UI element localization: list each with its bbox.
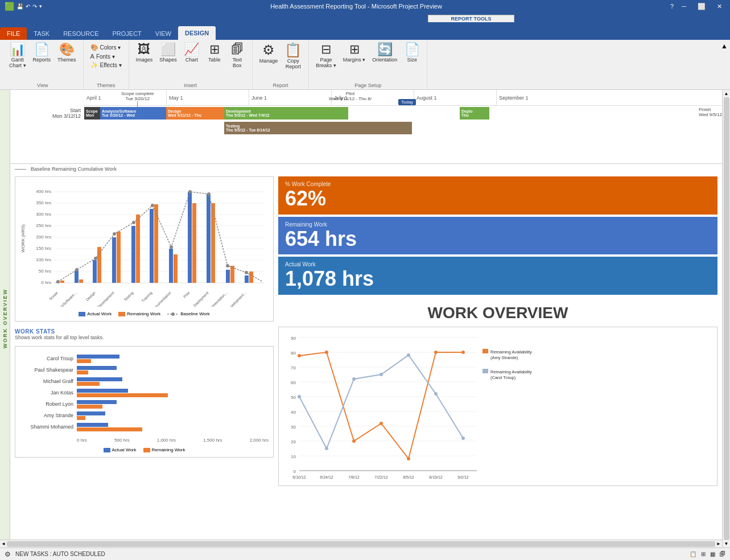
- svg-point-46: [151, 204, 154, 207]
- stat-actual-value: 1,078 hrs: [285, 267, 711, 290]
- h-scroll-thumb[interactable]: [7, 541, 715, 547]
- tab-resource[interactable]: RESOURCE: [56, 27, 105, 40]
- svg-text:(Carol Troup): (Carol Troup): [490, 375, 516, 380]
- scroll-left-btn[interactable]: ◄: [1, 541, 6, 546]
- margins-btn[interactable]: ⊞ Margins ▾: [341, 42, 368, 64]
- page-setup-group-label: Page Setup: [354, 81, 381, 88]
- tab-project[interactable]: PROJECT: [106, 27, 149, 40]
- reports-btn[interactable]: 📄 Reports: [31, 42, 53, 64]
- status-icon-3: ▦: [710, 551, 715, 557]
- status-icon: ⚙: [5, 550, 11, 558]
- chart-label: Chart: [185, 57, 198, 63]
- svg-rect-38: [230, 266, 234, 283]
- svg-point-48: [188, 190, 192, 193]
- tabs-row: FILE TASK RESOURCE PROJECT VIEW DESIGN: [0, 26, 730, 40]
- copy-report-icon: 📋: [284, 43, 302, 57]
- svg-rect-20: [60, 281, 64, 283]
- svg-rect-34: [192, 203, 196, 283]
- svg-point-90: [434, 351, 438, 354]
- svg-text:WORK (HRS): WORK (HRS): [20, 224, 26, 253]
- status-bar-right: 📋 ⊞ ▦ 🗐: [690, 551, 725, 557]
- effects-btn[interactable]: ✨ Effects ▾: [88, 61, 124, 69]
- effects-icon: ✨: [90, 61, 98, 69]
- shapes-btn[interactable]: ⬜ Shapes: [157, 42, 179, 64]
- bottom-scrollbar[interactable]: ◄ ►: [0, 540, 722, 547]
- timeline-section: Scope complete Tue 3/20/12 Pilot Wed 4/1…: [10, 90, 722, 164]
- chart-btn[interactable]: 📈 Chart: [182, 42, 202, 64]
- hbar-amy-track: [77, 411, 269, 420]
- restore-btn[interactable]: ⬜: [694, 3, 709, 10]
- stat-box-remaining: Remaining Work 654 hrs: [278, 217, 717, 255]
- svg-point-64: [171, 312, 175, 316]
- svg-text:50 hrs: 50 hrs: [39, 269, 51, 274]
- orientation-btn[interactable]: 🔄 Orientation: [370, 42, 399, 64]
- tab-file[interactable]: FILE: [0, 27, 27, 40]
- minimize-btn[interactable]: ─: [678, 3, 690, 10]
- svg-text:Testing: Testing: [123, 290, 134, 302]
- report-panels: 400 hrs 350 hrs 300 hrs 250 hrs 200 hrs …: [10, 174, 722, 516]
- svg-rect-28: [136, 215, 140, 283]
- right-scrollbar[interactable]: ▲ ▼: [722, 90, 730, 547]
- svg-text:250 hrs: 250 hrs: [36, 223, 51, 228]
- resource-legend-remaining-color: [143, 448, 150, 452]
- margins-label: Margins ▾: [343, 57, 366, 63]
- chart-legend: Actual Work Remaining Work Baseline Work: [20, 311, 269, 316]
- svg-text:40: 40: [291, 410, 296, 415]
- hbar-jan-actual: [77, 389, 128, 393]
- hbar-paul-track: [77, 366, 269, 374]
- left-panel: 400 hrs 350 hrs 300 hrs 250 hrs 200 hrs …: [15, 176, 274, 513]
- hbar-paul-remaining: [77, 370, 88, 374]
- hbar-carol-label: Carol Troup: [20, 356, 77, 361]
- hbar-paul-actual: [77, 366, 117, 370]
- fonts-btn[interactable]: A Fonts ▾: [88, 52, 124, 60]
- themes-items: 🎨 Colors ▾ A Fonts ▾ ✨ Effects ▾: [88, 42, 124, 81]
- manage-btn[interactable]: ⚙ Manage: [257, 42, 281, 65]
- quick-access-redo[interactable]: ↷: [32, 3, 37, 10]
- copy-report-btn[interactable]: 📋 CopyReport: [282, 42, 304, 71]
- svg-text:60: 60: [291, 380, 296, 385]
- hbar-carol-remaining: [77, 359, 91, 363]
- svg-point-93: [325, 447, 328, 450]
- context-label: REPORT TOOLS: [428, 15, 515, 22]
- hbar-shammi-remaining: [77, 427, 142, 431]
- size-btn[interactable]: 📄 Size: [402, 42, 422, 64]
- tl-track-2: TestingThu 5/3/12 - Tue 8/14/12: [84, 121, 722, 135]
- images-btn[interactable]: 🖼 Images: [134, 42, 155, 64]
- svg-text:Pilot: Pilot: [183, 291, 191, 299]
- svg-rect-37: [226, 270, 230, 283]
- scroll-right-btn[interactable]: ►: [716, 541, 721, 546]
- legend-baseline: Baseline Work: [167, 311, 209, 316]
- help-icon[interactable]: ?: [670, 3, 674, 10]
- svg-point-45: [132, 221, 135, 224]
- svg-rect-21: [75, 270, 79, 283]
- resource-legend-actual: Actual Work: [104, 447, 137, 452]
- scroll-thumb[interactable]: [724, 97, 729, 540]
- tab-design[interactable]: DESIGN: [178, 26, 216, 40]
- stat-box-percent: % Work Complete 62%: [278, 176, 717, 215]
- bar-design: DesignWed 4/11/12 - Thu: [166, 107, 224, 120]
- svg-rect-27: [131, 226, 135, 283]
- resource-bar-chart: Carol Troup Paul Shakespear: [15, 346, 274, 458]
- shapes-icon: ⬜: [160, 43, 176, 56]
- svg-point-91: [461, 351, 465, 354]
- today-marker: Today: [398, 98, 416, 105]
- scroll-down-btn[interactable]: ▼: [724, 541, 729, 546]
- page-breaks-btn[interactable]: ⊟ PageBreaks ▾: [314, 42, 339, 69]
- content-area[interactable]: Scope complete Tue 3/20/12 Pilot Wed 4/1…: [10, 90, 722, 547]
- quick-access-undo[interactable]: ↶: [26, 3, 30, 10]
- bar-deployment: DeploThu: [460, 107, 489, 120]
- textbox-btn[interactable]: 🗐 TextBox: [227, 42, 248, 69]
- fonts-label: Fonts ▾: [96, 53, 115, 60]
- tab-view[interactable]: VIEW: [149, 27, 178, 40]
- themes-label: Themes: [57, 57, 76, 63]
- quick-access-save[interactable]: 💾: [17, 3, 23, 10]
- table-btn[interactable]: ⊞ Table: [204, 42, 225, 64]
- themes-btn[interactable]: 🎨 Themes: [55, 42, 79, 64]
- scroll-up-btn[interactable]: ▲: [724, 91, 729, 96]
- close-btn[interactable]: ✕: [713, 3, 725, 10]
- gantt-chart-btn[interactable]: 📊 GanttChart ▾: [7, 42, 28, 69]
- month-september: September 1: [497, 90, 579, 105]
- tab-task[interactable]: TASK: [27, 27, 56, 40]
- colors-btn[interactable]: 🎨 Colors ▾: [88, 43, 124, 52]
- ribbon-collapse-btn[interactable]: ▲: [721, 42, 728, 50]
